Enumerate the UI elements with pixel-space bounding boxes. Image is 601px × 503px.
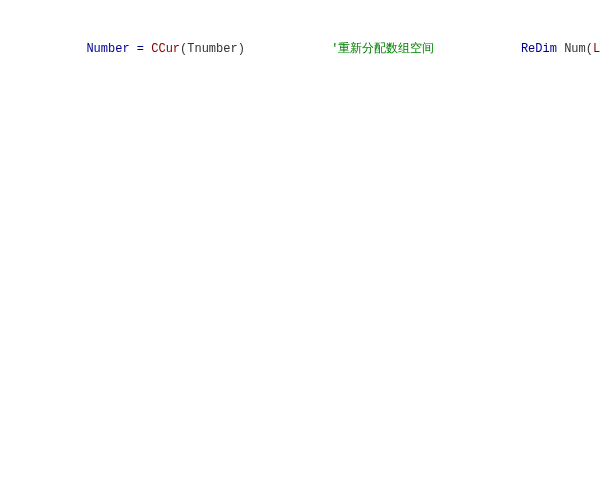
code-token: '重新分配数组空间	[331, 42, 434, 56]
code-line: '重新分配数组空间	[245, 42, 435, 56]
code-token: Number =	[86, 42, 151, 56]
code-token: Num(	[564, 42, 593, 56]
code-line: Number = CCur(Tnumber)	[0, 42, 245, 56]
code-token: (Tnumber)	[180, 42, 245, 56]
code-line: ReDim Num(Len(Tnumber) - 1) As String	[434, 42, 601, 56]
code-token: ReDim	[521, 42, 564, 56]
code-token: CCur	[151, 42, 180, 56]
vb-code-block: Number = CCur(Tnumber) '重新分配数组空间 ReDim N…	[0, 42, 601, 56]
code-token: Len	[593, 42, 601, 56]
